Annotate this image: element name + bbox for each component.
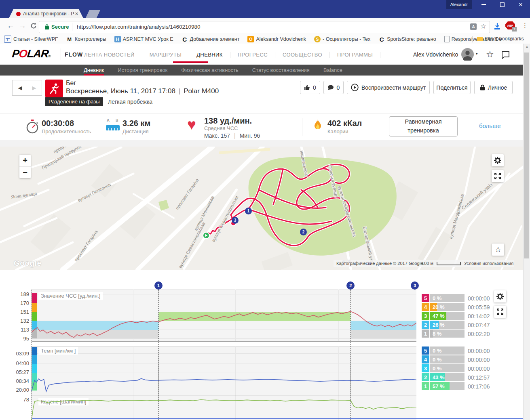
next-session-button[interactable]: ▶	[27, 80, 42, 96]
browser-profile-chip[interactable]: Alexandr	[446, 0, 472, 9]
distance-value: 3.26 км	[122, 119, 150, 128]
nav-item-progress[interactable]: ПРОГРЕСС	[230, 52, 275, 58]
subnav-item-diary[interactable]: Дневник	[84, 65, 104, 76]
more-link[interactable]: больше	[479, 122, 501, 129]
adblock-icon[interactable]: ABP 7	[505, 21, 515, 30]
nav-active-underline	[173, 61, 208, 63]
subnav-item-activity[interactable]: Физическая активность	[181, 65, 239, 76]
secure-lock-icon[interactable]	[44, 24, 49, 32]
bookmark-item[interactable]: M Контроллеры	[66, 36, 106, 42]
distance-label: Дистанция	[122, 128, 149, 134]
hr-divider: |	[234, 132, 236, 139]
svg-text:проспект Гагаріна: проспект Гагаріна	[175, 177, 200, 210]
bookmark-item[interactable]: O Aleksandr Vdovichenk	[247, 36, 306, 42]
reload-icon[interactable]	[30, 22, 37, 31]
avg-hr-label: Средняя ЧСС	[204, 125, 238, 131]
subnav-item-recovery[interactable]: Статус восстановления	[252, 65, 310, 76]
avg-hr-value: 138 уд./мин.	[204, 116, 252, 126]
share-label: Поделиться	[436, 84, 467, 91]
scrollbar-thumb[interactable]	[524, 52, 529, 258]
phase-marker-line	[351, 290, 351, 420]
forward-icon[interactable]: →	[19, 21, 26, 30]
zoom-in-button[interactable]: +	[19, 155, 31, 167]
polar-flow-analysis-window: Alexandr ✕ Анализ тренировки - Po ✕ ← → …	[0, 0, 530, 420]
map-settings-button[interactable]	[492, 154, 504, 166]
minimize-icon	[481, 4, 486, 5]
like-button[interactable]: 0	[300, 81, 320, 94]
route-map[interactable]: вулиця Полігонна проспект Гагаріна просп…	[0, 147, 530, 270]
menu-dots-icon[interactable]: ⋮	[522, 22, 528, 29]
share-button[interactable]: Поделиться	[433, 81, 471, 94]
browser-tab[interactable]: Анализ тренировки - Po ✕	[9, 9, 83, 18]
map-zoom-control[interactable]: + −	[19, 155, 31, 178]
stats-divider	[302, 118, 302, 136]
privacy-button[interactable]: Личное	[474, 81, 513, 94]
prev-session-button[interactable]: ◀	[12, 80, 28, 96]
polar-logo[interactable]: POLAR®	[11, 48, 51, 60]
flame-icon	[311, 118, 324, 135]
zoom-out-button[interactable]: −	[19, 167, 31, 178]
map-lap-marker-3[interactable]: 3	[232, 217, 239, 224]
scrollbar-up-arrow[interactable]: ▲	[524, 44, 530, 49]
nav-item-feed[interactable]: ЛЕНТА НОВОСТЕЙ	[77, 52, 142, 58]
user-name[interactable]: Alex Vdovichenko	[413, 51, 458, 58]
chevron-down-icon[interactable]: ▾	[476, 52, 478, 56]
running-sport-icon	[45, 80, 63, 97]
window-close-button[interactable]: ✕	[513, 0, 529, 9]
folder-icon	[477, 37, 483, 41]
bookmark-star-icon[interactable]: ☆	[480, 22, 486, 31]
start-marker	[203, 232, 209, 239]
avatar[interactable]	[461, 48, 474, 62]
bookmark-item[interactable]: H ASP.NET MVC Урок Е	[114, 36, 173, 42]
o-square-icon: O	[247, 36, 254, 42]
map-terms-link[interactable]: Условия использования	[464, 261, 513, 266]
favorites-star-icon[interactable]: ☆	[486, 49, 494, 60]
other-bookmarks-button[interactable]: Other bookmarks	[477, 36, 524, 42]
replay-route-label: Воспроизвести маршрут	[361, 84, 426, 91]
map-fullscreen-button[interactable]	[492, 170, 504, 182]
tab-close-icon[interactable]: ✕	[75, 11, 78, 17]
nav-item-programs[interactable]: ПРОГРАММЫ	[330, 52, 380, 58]
bookmark-item[interactable]: C Добавление элемент	[182, 36, 240, 42]
other-bookmarks-label: Other bookmarks	[485, 36, 524, 42]
comment-count: 0	[337, 84, 340, 91]
bookmark-item[interactable]: Статьи - SilverWPF	[4, 36, 58, 43]
map-lap-marker-1[interactable]: 1	[245, 208, 252, 214]
subnav-item-balance[interactable]: Balance	[323, 65, 342, 76]
logo-divider	[61, 48, 61, 60]
replay-route-button[interactable]: Воспроизвести маршрут	[347, 81, 430, 94]
nav-item-routes[interactable]: МАРШРУТЫ	[142, 52, 189, 58]
hr-max: Макс. 157	[204, 132, 230, 139]
phase-marker-line	[415, 290, 415, 420]
c-swirl-icon: C	[182, 36, 188, 42]
translate-icon[interactable]: A	[470, 23, 477, 30]
nav-item-community[interactable]: СООБЩЕСТВО	[275, 52, 330, 58]
map-scale-label: 100 м	[422, 261, 433, 266]
bookmark-item[interactable]: S - Осцилляторы - Tex	[314, 36, 370, 42]
diary-subnav: Дневник История тренировок Физическая ак…	[0, 65, 530, 76]
session-note: Легкая пробежка	[108, 99, 152, 105]
comment-button[interactable]: 0	[323, 81, 344, 94]
url-text[interactable]: https://flow.polar.com/training/analysis…	[77, 24, 200, 30]
back-icon[interactable]: ←	[7, 21, 15, 30]
nav-item-diary[interactable]: ДНЕВНИК	[189, 52, 230, 58]
coin-icon: S	[314, 36, 321, 42]
map-attribution: Картографические данные © 2017 Google	[336, 261, 423, 266]
ruler-a-label: A	[107, 118, 110, 123]
map-canvas: вулиця Полігонна проспект Гагаріна просп…	[0, 147, 530, 270]
phase-marker-line	[32, 290, 32, 420]
secure-label: Secure	[51, 24, 69, 30]
duration-label: Продолжительность	[42, 128, 91, 134]
play-circle-icon	[351, 84, 359, 91]
bookmark-item[interactable]: C SportsStore: реально	[378, 36, 436, 42]
page-icon	[444, 36, 450, 42]
subnav-item-history[interactable]: История тренировок	[118, 65, 167, 76]
map-favorite-button[interactable]: ☆	[492, 244, 504, 256]
window-minimize-button[interactable]	[475, 0, 492, 9]
download-extension-icon[interactable]	[493, 22, 501, 32]
like-count: 0	[313, 84, 316, 91]
window-maximize-button[interactable]	[494, 0, 510, 9]
training-benefit-button[interactable]: Равномерная тренировка	[389, 116, 458, 136]
feedback-icon[interactable]	[501, 51, 510, 61]
map-lap-marker-2[interactable]: 2	[300, 229, 307, 235]
